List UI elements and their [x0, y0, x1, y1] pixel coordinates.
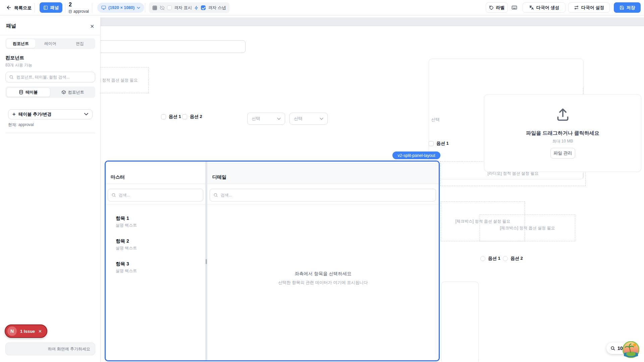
- add-table-label: 테이블 추가/변경: [18, 111, 81, 117]
- island-widget-icon[interactable]: [623, 341, 639, 358]
- upload-title: 파일을 드래그하거나 클릭하세요: [484, 130, 641, 136]
- segment-label: 테이블: [25, 89, 38, 95]
- split-panel-component[interactable]: 마스터 항목 1 설명 텍스트 항목 2 설명 텍스트 항목 3 설명 텍스트 …: [105, 161, 440, 361]
- section-subtitle: 83개 사용 가능: [5, 62, 32, 68]
- panel-left-icon: [43, 5, 48, 10]
- divider: [5, 133, 95, 133]
- panel-toggle-button[interactable]: 패널: [40, 2, 62, 13]
- select-dropdown-1[interactable]: 선택: [247, 113, 285, 125]
- item-title: 항목 1: [116, 216, 129, 222]
- tab-layers[interactable]: 레이어: [36, 39, 65, 48]
- current-table-label: 현재: approval: [8, 122, 34, 128]
- grid-controls-group: 격자 표시 격자 스냅: [149, 2, 229, 13]
- label-button-text: 라벨: [496, 5, 505, 11]
- checkbox-placeholder-c: [체크박스] 정적 옵션 설정 필요: [480, 215, 575, 241]
- radio-icon[interactable]: [480, 256, 485, 261]
- search-icon: [111, 193, 116, 197]
- master-title: 마스터: [111, 174, 125, 180]
- panel-button-label: 패널: [50, 5, 59, 11]
- issue-badge[interactable]: N 1 Issue ✕: [5, 324, 47, 338]
- component-search-input[interactable]: [5, 72, 95, 82]
- grid-snap-label: 격자 스냅: [208, 5, 226, 11]
- back-to-list-button[interactable]: 목록으로: [14, 5, 32, 11]
- top-toolbar: 목록으로 패널 2 approval (644 × 362) 격자 표시 격…: [0, 0, 644, 15]
- settings-sliders-icon: [574, 5, 579, 10]
- search-icon: [213, 193, 218, 197]
- radio-option-2[interactable]: 옵션 2: [503, 255, 523, 261]
- detail-search-input[interactable]: [210, 189, 436, 201]
- save-icon: [620, 5, 624, 10]
- keyboard-icon[interactable]: [511, 5, 518, 10]
- detail-title: 디테일: [212, 174, 226, 180]
- tab-edit[interactable]: 편집: [65, 39, 94, 48]
- checkbox-icon[interactable]: [161, 114, 166, 119]
- bound-table-name: approval: [73, 9, 89, 14]
- section-title: 컴포넌트: [5, 55, 24, 61]
- master-search-field[interactable]: [119, 193, 200, 197]
- file-manage-button[interactable]: 파일 관리: [550, 148, 575, 159]
- detail-header: 디테일: [207, 162, 439, 184]
- grid-icon: [152, 5, 157, 10]
- database-icon: [19, 90, 23, 95]
- search-icon: [9, 75, 14, 79]
- segment-label: 컴포넌트: [68, 89, 84, 95]
- tall-card: [441, 282, 479, 362]
- i18n-settings-button[interactable]: 다국어 설정: [568, 2, 610, 13]
- chevron-down-icon: [84, 113, 88, 116]
- back-arrow-icon[interactable]: [6, 5, 12, 10]
- list-item-3[interactable]: 항목 3 설명 텍스트: [106, 258, 205, 281]
- split-resize-handle[interactable]: [206, 259, 207, 264]
- item-title: 항목 3: [116, 261, 129, 267]
- label-button[interactable]: 라벨: [486, 2, 508, 13]
- radio-icon[interactable]: [503, 256, 508, 261]
- list-item-2[interactable]: 항목 2 설명 텍스트: [106, 235, 205, 258]
- grid-show-checkbox[interactable]: [167, 5, 172, 10]
- languages-icon: [529, 5, 534, 10]
- list-item-1[interactable]: 항목 1 설명 텍스트: [106, 213, 205, 235]
- master-search-input[interactable]: [108, 189, 203, 201]
- tag-icon: [489, 5, 494, 10]
- i18n-settings-label: 다국어 설정: [581, 5, 604, 11]
- chevron-down-icon: [320, 118, 323, 120]
- checkbox-label: 옵션 1: [169, 114, 181, 120]
- select-dropdown-2[interactable]: 선택: [289, 113, 328, 125]
- save-button-label: 저장: [627, 5, 635, 11]
- monitor-icon: [101, 5, 106, 10]
- single-checkbox-option[interactable]: 옵션 1: [429, 140, 449, 146]
- checkbox-icon[interactable]: [429, 141, 434, 146]
- grid-snap-checkbox[interactable]: [201, 5, 206, 10]
- radio-option-1[interactable]: 옵션 1: [480, 255, 500, 261]
- item-title: 항목 2: [116, 238, 129, 244]
- bound-table: approval: [68, 9, 89, 14]
- lightning-icon: [194, 5, 199, 10]
- file-upload-dropzone[interactable]: 파일을 드래그하거나 클릭하세요 최대 10 MB 파일 관리: [484, 94, 641, 172]
- save-button[interactable]: 저장: [614, 2, 641, 13]
- item-desc: 설명 텍스트: [116, 223, 137, 228]
- package-icon: [61, 90, 66, 95]
- close-icon[interactable]: ✕: [38, 329, 42, 334]
- divider: [35, 3, 35, 12]
- i18n-generate-button[interactable]: 다국어 생성: [523, 2, 566, 13]
- tab-components[interactable]: 컴포넌트: [6, 39, 35, 48]
- resolution-dropdown[interactable]: (644 × 362): [97, 3, 144, 13]
- canvas-text-input[interactable]: [84, 40, 246, 53]
- checkbox-option-2[interactable]: 옵션 2: [182, 114, 202, 120]
- divider: [92, 3, 92, 12]
- detail-search-field[interactable]: [221, 193, 432, 197]
- select-value: 선택: [252, 116, 260, 122]
- upload-size-limit: 최대 10 MB: [484, 138, 641, 144]
- chevron-down-icon: [137, 7, 140, 9]
- add-table-dropdown[interactable]: + 테이블 추가/변경: [8, 109, 93, 119]
- checkbox-icon[interactable]: [182, 114, 187, 119]
- page-number: 2: [69, 2, 72, 8]
- checkbox-option-1[interactable]: 옵션 1: [161, 114, 181, 120]
- plus-icon: +: [12, 111, 15, 117]
- checkbox-label: 옵션 1: [436, 140, 449, 146]
- divider: [0, 35, 101, 35]
- resolution-value: (644 × 362): [108, 5, 135, 10]
- close-icon[interactable]: ✕: [90, 23, 94, 29]
- component-search-field[interactable]: [16, 75, 92, 79]
- drag-hint-text: 하여 화면에 추가하세요: [48, 346, 90, 352]
- segment-tables[interactable]: 테이블: [6, 87, 50, 97]
- segment-components[interactable]: 컴포넌트: [51, 87, 95, 97]
